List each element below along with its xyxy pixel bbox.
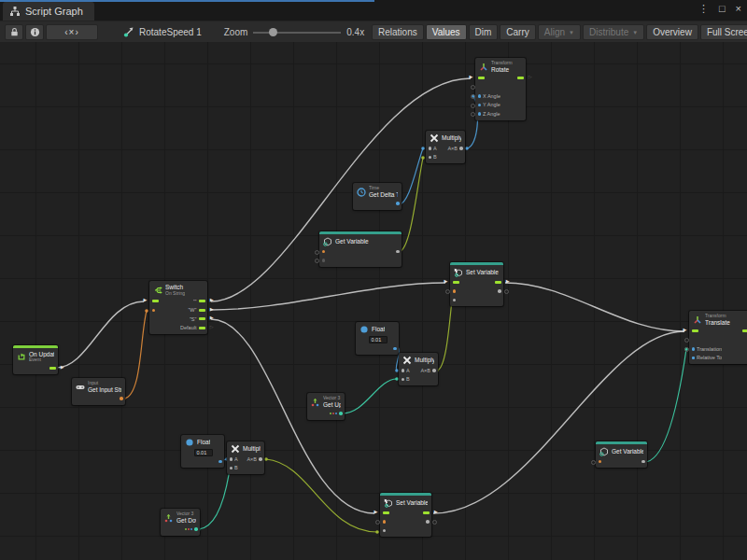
input-port-value[interactable] [429,156,432,160]
input-port-value[interactable] [383,520,387,524]
node-port-row: "W"▶ [149,306,207,315]
input-port-value[interactable] [453,289,457,293]
node-switch-on-string[interactable]: SwitchOn String▶""▶"W"▶"S"▶Default▷ [149,281,207,334]
input-port-value[interactable] [402,369,405,372]
input-port-value[interactable] [402,378,405,382]
node-set-variable-2[interactable]: Set Variable▶▶ [380,493,431,537]
node-translate[interactable]: TransformTranslate▶▷TranslationRelative … [689,311,747,364]
input-port-value[interactable] [692,338,696,342]
output-port-flow[interactable]: ▷ [517,77,524,79]
input-port-value[interactable] [478,112,482,116]
input-port-value[interactable] [152,309,156,313]
input-port-value[interactable] [692,347,696,351]
node-set-variable-1[interactable]: Set Variable▶▶ [450,262,503,306]
node-get-variable-2[interactable]: Get Variable [596,441,647,468]
node-float-1[interactable]: Float0.01 [356,322,399,355]
output-port-value[interactable] [330,412,343,415]
kebab-icon[interactable]: ⋮ [698,2,709,15]
output-port-flow[interactable]: ▷ [199,327,205,329]
toolbar-button-relations[interactable]: Relations [372,24,424,40]
output-port-value[interactable] [459,147,463,150]
node-multiply-bottom[interactable]: MultiplyAA×BB [227,441,264,474]
zoom-slider[interactable] [253,24,341,40]
input-port-value[interactable] [453,299,457,302]
node-multiply-top[interactable]: MultiplyAA×BB [426,131,465,163]
input-port-value[interactable] [322,250,326,254]
flow-arrow-icon: ▷ [210,325,214,329]
toolbar-button-carry[interactable]: Carry [500,24,535,40]
value-input[interactable]: 0.01 [369,336,388,344]
node-get-down[interactable]: Vector 3Get Down [161,509,200,536]
multiply-icon [430,133,439,143]
input-port-value[interactable] [429,147,432,150]
output-port-value[interactable] [120,397,123,400]
output-port-flow[interactable]: ▷ [742,329,747,332]
node-get-delta-time[interactable]: TimeGet Delta Time [353,183,402,210]
input-port-flow[interactable]: ▶ [692,329,698,332]
node-float-2[interactable]: Float0.01 [181,435,224,468]
output-port-flow[interactable]: ▶ [199,309,205,312]
node-port-row [161,525,200,534]
input-port-flow[interactable]: ▶ [453,281,459,284]
input-port-value[interactable] [322,259,326,262]
input-port-value[interactable] [692,357,696,360]
node-rotate[interactable]: TransformRotate▶▷X AngleY AngleZ Angle [475,58,526,120]
lock-button[interactable] [5,24,23,40]
node-title: Get Variable [612,448,643,455]
node-port-row: AA×B [426,144,465,153]
output-port-value[interactable] [641,460,645,464]
toolbar-button-overview[interactable]: Overview [646,24,698,40]
flow-arrow-icon: ▶ [210,307,214,312]
toolbar-button-distribute[interactable]: Distribute▼ [583,24,644,40]
float-icon [359,325,369,334]
node-multiply-mid[interactable]: MultiplyAA×BB [399,353,438,385]
zoom-slider-handle[interactable] [269,28,277,36]
graph-reference[interactable]: RotateSpeed 1 [123,26,202,37]
node-get-variable-1[interactable]: Get Variable [319,231,402,267]
output-port-flow[interactable]: ▶ [495,281,501,284]
input-port-value[interactable] [599,460,602,464]
node-title: Multiply [415,357,434,364]
output-port-flow[interactable]: ▶ [423,511,430,514]
value-input[interactable]: 0.01 [194,449,213,457]
toolbar-button-values[interactable]: Values [426,24,467,40]
node-port-row [181,457,224,467]
inspect-button[interactable] [25,24,44,40]
node-header: Vector 3Get Down [161,509,200,525]
output-port-flow[interactable]: ▶ [199,317,205,320]
input-port-value[interactable] [478,85,482,89]
output-port-value[interactable] [259,457,262,461]
input-port-value[interactable] [383,529,387,533]
node-header: Multiply [399,353,438,366]
toolbar-button-dim[interactable]: Dim [469,24,499,40]
input-port-value[interactable] [230,467,233,470]
toolbar: ‹×› RotateSpeed 1 Zoom 0.4x RelationsVal… [0,21,747,42]
input-port-flow[interactable]: ▶ [478,77,485,79]
output-port-value[interactable] [396,202,400,205]
output-port-value[interactable] [498,289,501,293]
input-port-flow[interactable]: ▶ [383,511,389,514]
tab-script-graph[interactable]: Script Graph [3,2,94,21]
node-port-row [450,287,503,296]
output-port-flow[interactable]: ▶ [199,300,205,302]
output-port-value[interactable] [218,460,222,464]
output-port-value[interactable] [396,250,400,254]
graph-canvas[interactable]: TransformRotate▶▷X AngleY AngleZ AngleMu… [0,42,747,560]
input-port-value[interactable] [230,457,233,461]
maximize-icon[interactable]: □ [719,2,726,15]
output-port-value[interactable] [432,369,436,372]
output-port-value[interactable] [393,347,397,351]
toolbar-button-full-screen[interactable]: Full Screen [700,24,747,40]
node-get-input-string[interactable]: InputGet Input String [72,378,125,405]
toolbar-button-align[interactable]: Align▼ [538,24,581,40]
zoom-to-fit-button[interactable]: ‹×› [46,24,98,40]
node-get-up[interactable]: Vector 3Get Up [307,393,345,420]
output-port-value[interactable] [185,527,198,531]
node-on-update[interactable]: On UpdateEvent▶ [13,345,58,374]
close-icon[interactable]: × [736,2,741,15]
output-port-value[interactable] [426,520,430,524]
input-port-value[interactable] [478,104,482,107]
input-port-value[interactable] [478,94,482,98]
input-port-flow[interactable]: ▶ [152,300,159,302]
output-port-flow[interactable]: ▶ [49,367,56,370]
